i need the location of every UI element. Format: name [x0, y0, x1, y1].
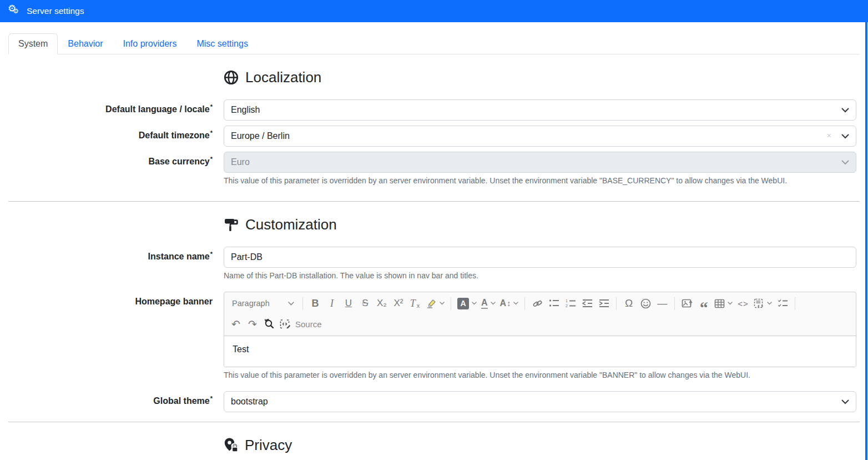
- numbered-list-button[interactable]: 1 2: [562, 295, 579, 312]
- chevron-down-icon: [513, 302, 518, 305]
- global-theme-value: bootstrap: [231, 397, 268, 407]
- link-icon: [532, 298, 543, 309]
- underline-button[interactable]: U: [340, 295, 357, 312]
- font-background-color-button[interactable]: A: [455, 295, 479, 312]
- chevron-down-icon: [841, 108, 849, 113]
- html-embed-button[interactable]: [751, 295, 774, 312]
- default-language-select[interactable]: English: [224, 99, 856, 121]
- default-timezone-select[interactable]: Europe / Berlin ×: [224, 126, 856, 147]
- tab-misc-settings[interactable]: Misc settings: [186, 33, 258, 54]
- insert-table-button[interactable]: [712, 295, 735, 312]
- section-title: Customization: [245, 216, 337, 233]
- undo-button[interactable]: ↶: [228, 316, 244, 332]
- default-timezone-value: Europe / Berlin: [231, 131, 290, 141]
- bulleted-list-icon: [549, 299, 559, 308]
- base-currency-help: This value of this parameter is overridd…: [224, 176, 856, 186]
- highlighter-icon: [426, 298, 437, 308]
- instance-name-input[interactable]: Part-DB: [224, 247, 856, 268]
- chevron-down-icon: [491, 302, 496, 305]
- source-button[interactable]: Source: [277, 316, 324, 332]
- section-title: Localization: [245, 69, 321, 86]
- highlight-button[interactable]: [423, 295, 447, 312]
- homepage-banner-help: This value of this parameter is overridd…: [224, 370, 856, 381]
- image-upload-icon: [682, 298, 693, 309]
- emoji-button[interactable]: [637, 295, 654, 312]
- tab-behavior[interactable]: Behavior: [58, 33, 113, 54]
- section-privacy-heading: Privacy: [224, 437, 868, 454]
- bulleted-list-button[interactable]: [546, 295, 562, 312]
- subscript-button[interactable]: X₂: [374, 295, 390, 312]
- indent-button[interactable]: [596, 295, 612, 312]
- superscript-button[interactable]: X²: [390, 295, 407, 312]
- find-replace-button[interactable]: [261, 316, 277, 332]
- tab-system[interactable]: System: [8, 33, 58, 54]
- special-characters-button[interactable]: Ω: [620, 295, 637, 312]
- instance-name-value: Part-DB: [231, 252, 263, 262]
- horizontal-line-button[interactable]: —: [654, 295, 670, 312]
- global-theme-select[interactable]: bootstrap: [224, 391, 856, 412]
- code-button[interactable]: <>: [735, 295, 751, 312]
- rich-text-editor: Paragraph B I U S X₂ X² Tx: [224, 292, 856, 367]
- default-language-value: English: [231, 105, 260, 115]
- outdent-button[interactable]: [579, 295, 596, 312]
- font-size-button[interactable]: A↕: [498, 295, 521, 312]
- section-divider: [8, 201, 860, 202]
- italic-button[interactable]: I: [324, 295, 340, 312]
- chevron-down-icon: [728, 302, 733, 305]
- table-icon: [714, 299, 725, 308]
- banner-text: Test: [233, 344, 249, 354]
- indent-icon: [598, 299, 609, 308]
- base-currency-select: Euro: [224, 152, 856, 173]
- insert-image-button[interactable]: [679, 295, 695, 312]
- toolbar-separator: [524, 297, 525, 310]
- chevron-down-icon: [767, 302, 772, 305]
- source-button-label: Source: [295, 319, 322, 329]
- svg-text:2: 2: [566, 304, 568, 308]
- clear-icon[interactable]: ×: [827, 131, 831, 140]
- link-button[interactable]: [529, 295, 546, 312]
- paragraph-format-dropdown[interactable]: Paragraph: [228, 295, 299, 312]
- todo-list-icon: [778, 299, 788, 308]
- strikethrough-button[interactable]: S: [357, 295, 374, 312]
- numbered-list-icon: 1 2: [566, 299, 576, 308]
- toolbar-separator: [616, 297, 617, 310]
- label-instance-name: Instance name*: [0, 247, 213, 263]
- toolbar-separator: [451, 297, 451, 310]
- instance-name-help: Name of this Part-DB installation. The v…: [224, 271, 856, 281]
- navbar: ⚙ ⚙ Server settings: [0, 0, 868, 22]
- toolbar-separator: [795, 297, 795, 310]
- settings-tabs: System Behavior Info providers Misc sett…: [8, 33, 860, 54]
- chevron-down-icon: [288, 302, 294, 306]
- find-replace-icon: [264, 318, 275, 329]
- toolbar-separator: [302, 297, 303, 310]
- editor-toolbar-row-1: Paragraph B I U S X₂ X² Tx: [228, 293, 852, 314]
- page-title: Server settings: [27, 6, 84, 16]
- todo-list-button[interactable]: [774, 295, 791, 312]
- label-default-language: Default language / locale*: [0, 99, 213, 116]
- svg-text:1: 1: [566, 299, 568, 303]
- label-base-currency: Base currency*: [0, 152, 213, 168]
- editor-toolbar-row-2: ↶ ↷: [228, 314, 852, 334]
- chevron-down-icon: [440, 302, 445, 305]
- font-color-button[interactable]: A: [479, 295, 498, 312]
- chevron-down-icon: [472, 302, 477, 305]
- redo-button[interactable]: ↷: [244, 316, 261, 332]
- source-code-icon: [280, 319, 291, 329]
- bold-button[interactable]: B: [307, 295, 324, 312]
- chevron-down-icon: [841, 399, 849, 404]
- section-divider: [8, 422, 860, 422]
- remove-format-button[interactable]: Tx: [407, 295, 423, 312]
- html-snippet-icon: [754, 298, 764, 309]
- chevron-down-icon: [841, 134, 849, 139]
- chevron-down-icon: [841, 160, 849, 165]
- label-homepage-banner: Homepage banner: [0, 292, 213, 308]
- paragraph-format-label: Paragraph: [232, 299, 270, 308]
- location-lock-icon: [224, 437, 238, 453]
- gears-icon: ⚙ ⚙: [8, 4, 21, 18]
- tab-info-providers[interactable]: Info providers: [113, 33, 187, 54]
- blockquote-button[interactable]: “: [695, 295, 712, 312]
- scroll-strip: [865, 0, 867, 460]
- paint-roller-icon: [224, 217, 239, 232]
- outdent-icon: [582, 299, 593, 308]
- editor-content-area[interactable]: Test: [224, 336, 856, 367]
